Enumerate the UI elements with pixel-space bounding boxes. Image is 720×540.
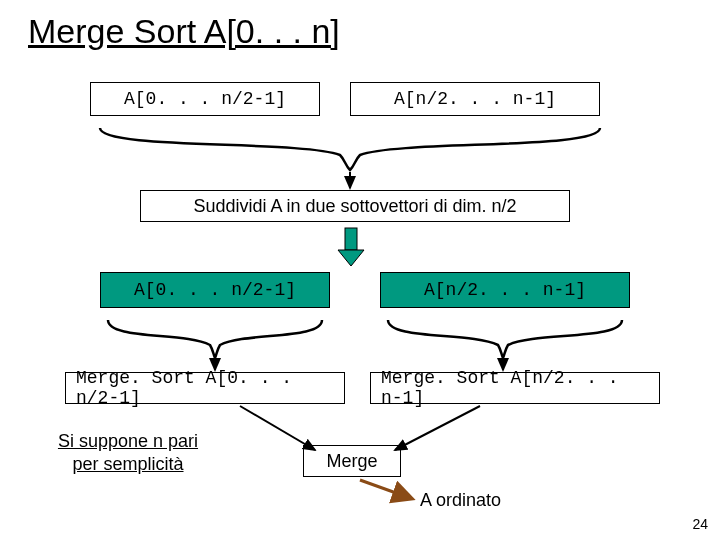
arrow-merge-to-result	[360, 480, 410, 498]
brace-top	[100, 128, 600, 170]
arrow-call-right-to-merge	[395, 406, 480, 450]
block-arrow-icon	[338, 228, 364, 266]
page-number: 24	[692, 516, 708, 532]
subarray-right: A[n/2. . . n-1]	[380, 272, 630, 308]
merge-step-label: Merge	[303, 445, 401, 477]
recursive-call-right: Merge. Sort A[n/2. . . n-1]	[370, 372, 660, 404]
page-title: Merge Sort A[0. . . n]	[28, 12, 340, 51]
split-step-label: Suddividi A in due sottovettori di dim. …	[140, 190, 570, 222]
array-right-top: A[n/2. . . n-1]	[350, 82, 600, 116]
svg-rect-0	[345, 228, 357, 250]
array-left-top: A[0. . . n/2-1]	[90, 82, 320, 116]
arrow-call-left-to-merge	[240, 406, 315, 450]
subarray-left: A[0. . . n/2-1]	[100, 272, 330, 308]
svg-marker-1	[338, 250, 364, 266]
recursive-call-left: Merge. Sort A[0. . . n/2-1]	[65, 372, 345, 404]
brace-mid-right	[388, 320, 622, 358]
brace-mid-left	[108, 320, 322, 358]
assumption-note: Si suppone n pariper semplicità	[38, 430, 218, 475]
result-label: A ordinato	[420, 490, 501, 511]
